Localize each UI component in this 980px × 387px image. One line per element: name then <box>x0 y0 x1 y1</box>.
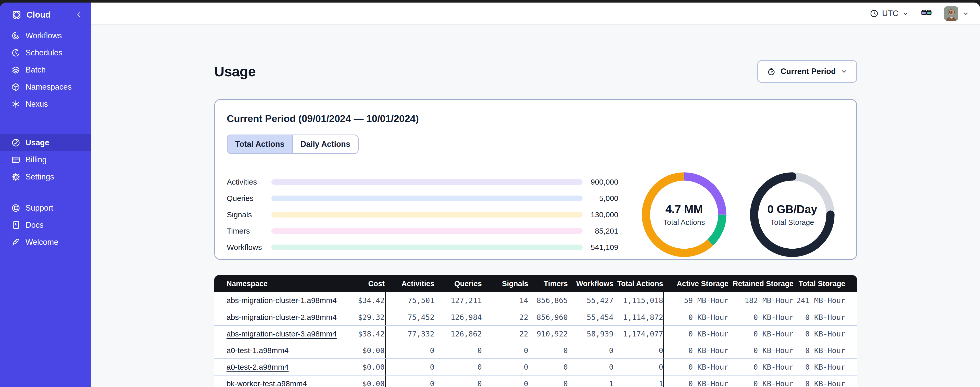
sidebar-item-label: Nexus <box>25 99 48 109</box>
sidebar-item-schedules[interactable]: Schedules <box>0 44 91 61</box>
sidebar-item-namespaces[interactable]: Namespaces <box>0 78 91 96</box>
cell-cost: $38.42 <box>354 325 385 342</box>
col-workflows: Workflows <box>568 275 614 292</box>
timezone-selector[interactable]: UTC <box>870 9 909 18</box>
col-active-storage: Active Storage <box>663 275 729 292</box>
sidebar-item-label: Schedules <box>25 48 62 58</box>
cell-total-actions: 1,174,077 <box>614 325 663 342</box>
cell-workflows: 55,427 <box>568 292 614 309</box>
cell-queries: 127,211 <box>434 292 482 309</box>
clock-icon <box>870 9 878 18</box>
bar-row-activities: Activities 900,000 <box>227 174 618 190</box>
namespace-usage-table: Namespace Cost Activities Queries Signal… <box>214 275 857 387</box>
total-actions-label: Total Actions <box>663 218 705 227</box>
billing-icon <box>11 155 21 165</box>
namespace-link[interactable]: abs-migration-cluster-2.a98mm4 <box>226 313 337 321</box>
sidebar: Cloud Workflows <box>0 3 91 387</box>
bar-label: Activities <box>227 178 271 186</box>
cell-active-storage: 59 MB-Hour <box>663 292 729 309</box>
cell-active-storage: 0 KB-Hour <box>663 375 729 387</box>
col-activities: Activities <box>385 275 434 292</box>
period-selector-label: Current Period <box>781 67 836 76</box>
nexus-icon <box>11 99 21 109</box>
cell-total-actions: 1,115,018 <box>614 292 663 309</box>
cell-cost: $0.00 <box>354 342 385 358</box>
cell-retained-storage: 0 KB-Hour <box>729 358 794 375</box>
cell-total-storage: 0 KB-Hour <box>794 309 857 325</box>
settings-icon <box>11 172 21 182</box>
col-total-storage: Total Storage <box>794 275 857 292</box>
tab-daily-actions[interactable]: Daily Actions <box>293 135 358 153</box>
sidebar-item-workflows[interactable]: Workflows <box>0 27 91 44</box>
cell-active-storage: 0 KB-Hour <box>663 309 729 325</box>
cell-timers: 910,922 <box>528 325 568 342</box>
cell-total-actions: 1 <box>614 375 663 387</box>
table-row: abs-migration-cluster-3.a98mm4 $38.42 77… <box>214 325 857 342</box>
total-actions-value: 4.7 MM <box>665 203 703 216</box>
sidebar-item-usage[interactable]: Usage <box>0 134 91 151</box>
bar-row-queries: Queries 5,000 <box>227 190 618 206</box>
cell-workflows: 55,454 <box>568 309 614 325</box>
chevron-left-icon <box>75 11 83 19</box>
cell-workflows: 1 <box>568 375 614 387</box>
sidebar-item-docs[interactable]: Docs <box>0 216 91 233</box>
cell-signals: 0 <box>482 342 528 358</box>
col-total-actions: Total Actions <box>614 275 663 292</box>
cell-cost: $0.00 <box>354 358 385 375</box>
total-storage-label: Total Storage <box>771 218 814 227</box>
cell-total-storage: 0 KB-Hour <box>794 375 857 387</box>
cell-cost: $0.00 <box>354 375 385 387</box>
total-actions-donut: 4.7 MM Total Actions <box>639 170 729 260</box>
cell-timers: 0 <box>528 375 568 387</box>
table-row: a0-test-1.a98mm4 $0.00 0 0 0 0 0 0 0 KB-… <box>214 342 857 358</box>
bar-label: Signals <box>227 210 271 219</box>
sidebar-item-settings[interactable]: Settings <box>0 168 91 186</box>
namespace-link[interactable]: abs-migration-cluster-1.a98mm4 <box>226 296 337 305</box>
cell-timers: 0 <box>528 358 568 375</box>
namespace-link[interactable]: abs-migration-cluster-3.a98mm4 <box>226 329 337 338</box>
cell-signals: 0 <box>482 375 528 387</box>
sidebar-item-label: Docs <box>25 221 44 230</box>
sidebar-item-welcome[interactable]: Welcome <box>0 233 91 251</box>
sidebar-item-nexus[interactable]: Nexus <box>0 96 91 113</box>
period-selector-button[interactable]: Current Period <box>757 60 857 83</box>
usage-charts: Activities 900,000 Queries 5,000 Signals <box>227 170 845 260</box>
sidebar-collapse-button[interactable] <box>75 11 83 19</box>
table-header-row: Namespace Cost Activities Queries Signal… <box>214 275 857 292</box>
sidebar-item-billing[interactable]: Billing <box>0 151 91 168</box>
cell-activities: 0 <box>385 375 434 387</box>
sidebar-group-account: Usage Billing Settings <box>0 119 91 186</box>
tab-total-actions[interactable]: Total Actions <box>228 135 293 153</box>
current-period-card: Current Period (09/01/2024 — 10/01/2024)… <box>214 99 857 260</box>
bar-row-timers: Timers 85,201 <box>227 223 618 239</box>
sidebar-header-label: Cloud <box>27 10 51 20</box>
cell-activities: 75,452 <box>385 309 434 325</box>
cell-signals: 22 <box>482 325 528 342</box>
feedback-glasses-icon[interactable] <box>921 7 932 20</box>
cell-retained-storage: 0 KB-Hour <box>729 309 794 325</box>
actions-tab-group: Total Actions Daily Actions <box>227 134 359 154</box>
bar-value: 900,000 <box>582 178 618 186</box>
temporal-cloud-logo-icon <box>11 10 22 20</box>
docs-icon <box>11 221 21 230</box>
table-row: abs-migration-cluster-1.a98mm4 $34.42 75… <box>214 292 857 309</box>
page-title: Usage <box>214 63 256 80</box>
user-menu[interactable] <box>944 6 969 21</box>
col-queries: Queries <box>434 275 482 292</box>
sidebar-item-batch[interactable]: Batch <box>0 61 91 78</box>
cell-workflows: 58,939 <box>568 325 614 342</box>
namespace-link[interactable]: bk-worker-test.a98mm4 <box>226 379 307 387</box>
cell-queries: 0 <box>434 375 482 387</box>
bar-track <box>271 195 582 201</box>
sidebar-item-support[interactable]: Support <box>0 199 91 216</box>
cell-workflows: 0 <box>568 358 614 375</box>
cell-cost: $34.42 <box>354 292 385 309</box>
bar-label: Workflows <box>227 243 271 252</box>
namespace-link[interactable]: a0-test-2.a98mm4 <box>226 363 288 371</box>
namespaces-icon <box>11 82 21 92</box>
sidebar-item-label: Namespaces <box>25 82 72 92</box>
table-row: a0-test-2.a98mm4 $0.00 0 0 0 0 0 0 0 KB-… <box>214 358 857 375</box>
namespace-link[interactable]: a0-test-1.a98mm4 <box>226 346 288 355</box>
avatar <box>944 6 958 21</box>
cell-retained-storage: 0 KB-Hour <box>729 325 794 342</box>
